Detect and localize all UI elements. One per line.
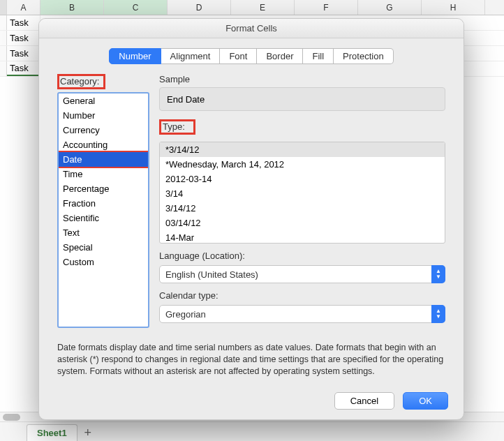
cell: Task bbox=[7, 31, 40, 45]
col-f[interactable]: F bbox=[295, 0, 358, 15]
tab-font[interactable]: Font bbox=[220, 48, 257, 64]
chevron-updown-icon: ▲▼ bbox=[431, 265, 445, 283]
dialog-title: Format Cells bbox=[39, 19, 464, 38]
col-h[interactable]: H bbox=[422, 0, 485, 15]
language-label: Language (Location): bbox=[159, 251, 445, 261]
calendar-label: Calendar type: bbox=[159, 290, 445, 301]
sheet-tabs: Sheet1 + bbox=[0, 421, 504, 441]
tab-border[interactable]: Border bbox=[257, 48, 303, 64]
cat-accounting[interactable]: Accounting bbox=[59, 137, 148, 152]
cat-special[interactable]: Special bbox=[59, 240, 148, 255]
type-item[interactable]: 3/14/12 bbox=[160, 201, 445, 216]
type-item[interactable]: *3/14/12 bbox=[160, 142, 445, 157]
cat-date[interactable]: Date bbox=[57, 151, 149, 168]
tab-fill[interactable]: Fill bbox=[303, 48, 334, 64]
type-item[interactable]: 3/14 bbox=[160, 186, 445, 201]
sheet-tab[interactable]: Sheet1 bbox=[27, 424, 77, 441]
sample-label: Sample bbox=[159, 74, 445, 84]
cat-scientific[interactable]: Scientific bbox=[59, 211, 148, 225]
col-c[interactable]: C bbox=[104, 0, 168, 15]
cell: Task bbox=[7, 61, 40, 76]
cat-percentage[interactable]: Percentage bbox=[59, 181, 148, 196]
language-value: English (United States) bbox=[159, 265, 445, 283]
type-list[interactable]: *3/14/12 *Wednesday, March 14, 2012 2012… bbox=[159, 142, 445, 244]
cancel-button[interactable]: Cancel bbox=[334, 392, 394, 410]
cat-currency[interactable]: Currency bbox=[59, 123, 148, 137]
sample-value: End Date bbox=[159, 87, 445, 111]
calendar-value: Gregorian bbox=[159, 305, 445, 323]
dialog-tabs: Number Alignment Font Border Fill Protec… bbox=[57, 48, 445, 64]
format-cells-dialog: Format Cells Number Alignment Font Borde… bbox=[38, 18, 464, 420]
tab-protection[interactable]: Protection bbox=[334, 48, 394, 64]
description-text: Date formats display date and time seria… bbox=[57, 342, 445, 378]
type-item[interactable]: 14-Mar bbox=[160, 230, 445, 244]
column-headers: A B C D E F G H bbox=[0, 0, 504, 15]
cat-general[interactable]: General bbox=[59, 94, 148, 108]
type-item[interactable]: *Wednesday, March 14, 2012 bbox=[160, 157, 445, 172]
calendar-select[interactable]: Gregorian ▲▼ bbox=[159, 305, 445, 323]
cell: Task bbox=[7, 15, 40, 30]
chevron-updown-icon: ▲▼ bbox=[431, 305, 445, 323]
cat-time[interactable]: Time bbox=[59, 167, 148, 181]
type-item[interactable]: 2012-03-14 bbox=[160, 172, 445, 186]
cat-number[interactable]: Number bbox=[59, 108, 148, 123]
type-label: Type: bbox=[159, 119, 195, 135]
cat-custom[interactable]: Custom bbox=[59, 255, 148, 269]
tab-number[interactable]: Number bbox=[109, 48, 161, 64]
add-sheet-button[interactable]: + bbox=[77, 424, 98, 441]
category-label: Category: bbox=[57, 74, 105, 89]
col-e[interactable]: E bbox=[231, 0, 295, 15]
cat-text[interactable]: Text bbox=[59, 225, 148, 240]
col-d[interactable]: D bbox=[168, 0, 231, 15]
language-select[interactable]: English (United States) ▲▼ bbox=[159, 265, 445, 283]
category-list[interactable]: General Number Currency Accounting Date … bbox=[57, 92, 149, 328]
col-a[interactable]: A bbox=[7, 0, 40, 15]
type-item[interactable]: 03/14/12 bbox=[160, 216, 445, 230]
row-handle-header bbox=[0, 0, 7, 15]
col-b[interactable]: B bbox=[40, 0, 104, 15]
cell: Task bbox=[7, 46, 40, 61]
ok-button[interactable]: OK bbox=[403, 392, 448, 410]
cat-fraction[interactable]: Fraction bbox=[59, 196, 148, 211]
col-g[interactable]: G bbox=[358, 0, 422, 15]
tab-alignment[interactable]: Alignment bbox=[161, 48, 221, 64]
